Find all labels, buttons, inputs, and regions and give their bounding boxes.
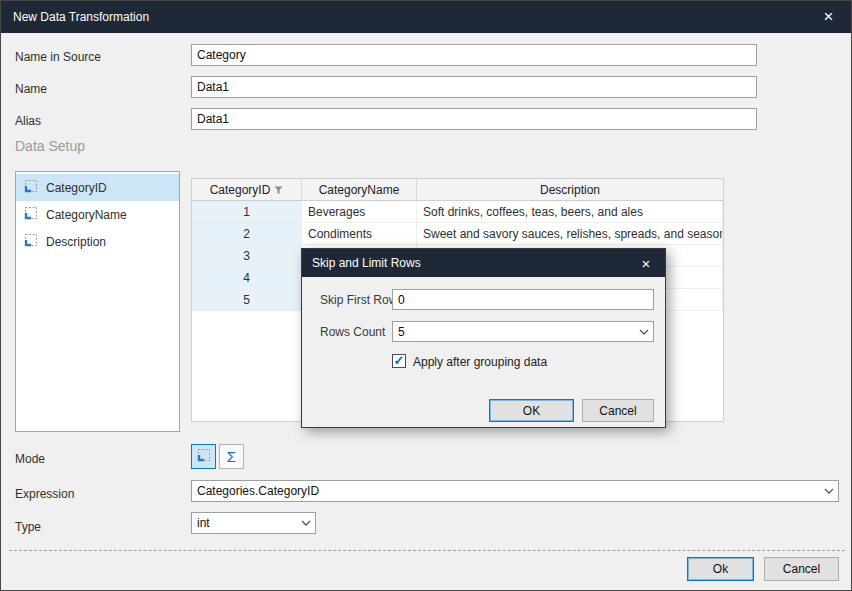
- cell-categoryid[interactable]: 4: [192, 267, 302, 288]
- mode-field-button[interactable]: [191, 444, 216, 469]
- cell-categoryname[interactable]: Beverages: [302, 201, 417, 222]
- alias-label: Alias: [15, 114, 41, 128]
- filter-icon[interactable]: [274, 183, 283, 197]
- chevron-down-icon: [297, 520, 315, 526]
- field-item-label: CategoryID: [46, 181, 107, 195]
- close-icon[interactable]: ×: [806, 1, 851, 33]
- field-list: CategoryID CategoryName Description: [15, 171, 180, 432]
- field-icon: [24, 233, 38, 250]
- skip-and-limit-rows-dialog: Skip and Limit Rows × Skip First Rows Ro…: [301, 248, 666, 428]
- apply-after-grouping-checkbox[interactable]: ✓: [392, 354, 406, 368]
- name-label: Name: [15, 82, 47, 96]
- cell-categoryid[interactable]: 2: [192, 223, 302, 244]
- modal-title: Skip and Limit Rows: [302, 256, 421, 270]
- chevron-down-icon: [820, 488, 838, 494]
- field-list-item-categoryid[interactable]: CategoryID: [16, 174, 179, 201]
- grid-header-row: CategoryID CategoryName Description: [192, 179, 723, 201]
- sigma-icon: Σ: [227, 449, 236, 464]
- expression-label: Expression: [15, 487, 74, 501]
- field-item-label: Description: [46, 235, 106, 249]
- ok-button[interactable]: Ok: [687, 557, 754, 581]
- mode-label: Mode: [15, 452, 45, 466]
- cell-categoryname[interactable]: Condiments: [302, 223, 417, 244]
- cell-categoryid[interactable]: 1: [192, 201, 302, 222]
- expression-select[interactable]: Categories.CategoryID: [191, 480, 839, 502]
- cell-categoryid[interactable]: 5: [192, 289, 302, 310]
- field-icon: [24, 179, 38, 196]
- column-header-categoryid[interactable]: CategoryID: [192, 179, 302, 200]
- skip-first-rows-label: Skip First Rows: [320, 293, 403, 307]
- name-input[interactable]: [191, 76, 757, 98]
- cell-categoryid[interactable]: 3: [192, 245, 302, 266]
- modal-ok-button[interactable]: OK: [489, 399, 574, 422]
- new-data-transformation-dialog: New Data Transformation × Name in Source…: [0, 0, 852, 591]
- mode-aggregate-button[interactable]: Σ: [219, 444, 244, 469]
- data-setup-section-label: Data Setup: [15, 138, 85, 154]
- footer-separator: [9, 550, 845, 551]
- cancel-button[interactable]: Cancel: [764, 557, 839, 581]
- alias-input[interactable]: [191, 108, 757, 130]
- dialog-titlebar[interactable]: New Data Transformation ×: [1, 1, 851, 33]
- type-label: Type: [15, 520, 41, 534]
- table-row[interactable]: 2 Condiments Sweet and savory sauces, re…: [192, 223, 723, 245]
- dialog-title: New Data Transformation: [1, 10, 149, 24]
- cell-description[interactable]: Soft drinks, coffees, teas, beers, and a…: [417, 201, 723, 222]
- close-icon[interactable]: ×: [627, 249, 665, 277]
- check-icon: ✓: [394, 354, 405, 367]
- apply-after-grouping-label[interactable]: Apply after grouping data: [413, 355, 547, 369]
- field-list-item-description[interactable]: Description: [16, 228, 179, 255]
- cell-description[interactable]: Sweet and savory sauces, relishes, sprea…: [417, 223, 723, 244]
- table-row[interactable]: 1 Beverages Soft drinks, coffees, teas, …: [192, 201, 723, 223]
- skip-first-rows-input[interactable]: [392, 289, 654, 310]
- column-header-categoryname[interactable]: CategoryName: [302, 179, 417, 200]
- field-list-item-categoryname[interactable]: CategoryName: [16, 201, 179, 228]
- name-in-source-label: Name in Source: [15, 50, 101, 64]
- name-in-source-input[interactable]: [191, 44, 757, 66]
- field-icon: [24, 206, 38, 223]
- rows-count-select[interactable]: 5: [392, 321, 654, 342]
- rows-count-label: Rows Count: [320, 325, 385, 339]
- field-item-label: CategoryName: [46, 208, 127, 222]
- modal-titlebar[interactable]: Skip and Limit Rows ×: [302, 249, 665, 277]
- column-header-description[interactable]: Description: [417, 179, 723, 200]
- field-icon: [197, 448, 211, 465]
- chevron-down-icon: [635, 329, 653, 335]
- type-select[interactable]: int: [191, 512, 316, 534]
- mode-button-group: Σ: [191, 444, 244, 469]
- modal-cancel-button[interactable]: Cancel: [582, 399, 654, 422]
